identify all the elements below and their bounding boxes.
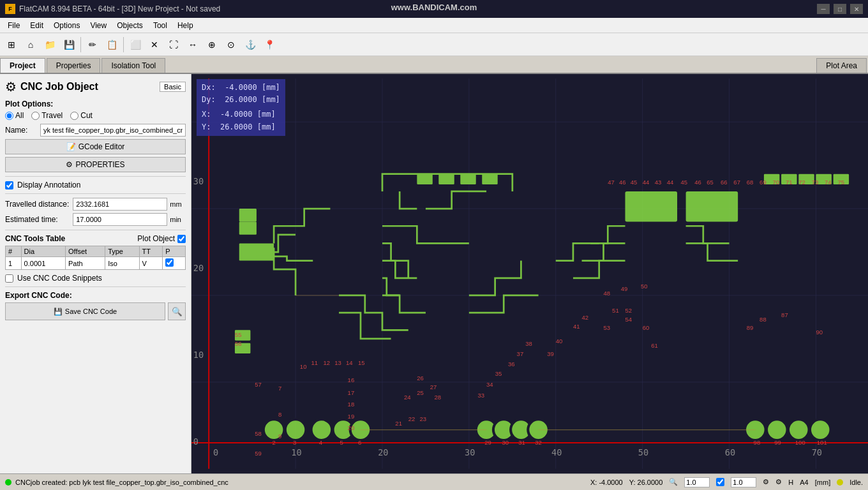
svg-text:30: 30 (465, 447, 475, 457)
toolbar-arrow[interactable]: ↔ (184, 36, 202, 54)
tab-isolation-tool[interactable]: Isolation Tool (101, 58, 165, 73)
toolbar-rect[interactable]: ⬜ (126, 36, 144, 54)
svg-text:3: 3 (293, 439, 296, 446)
menu-help[interactable]: Help (172, 20, 198, 31)
toolbar-save[interactable]: 💾 (60, 36, 78, 54)
svg-text:53: 53 (604, 324, 611, 331)
svg-point-52 (788, 419, 809, 440)
settings-icon: ⚙ (763, 478, 769, 486)
row-type: Iso (105, 257, 139, 270)
svg-text:65: 65 (707, 179, 714, 186)
svg-text:37: 37 (517, 350, 524, 357)
menu-tool[interactable]: Tool (148, 20, 172, 31)
maximize-button[interactable]: □ (834, 4, 846, 14)
name-input[interactable] (40, 124, 186, 137)
svg-text:54: 54 (625, 316, 632, 323)
toolbar-open[interactable]: 📁 (41, 36, 59, 54)
idle-indicator (837, 479, 843, 486)
name-label: Name: (5, 126, 40, 135)
svg-text:60: 60 (725, 447, 735, 457)
display-annotation-row[interactable]: Display Annotation (5, 181, 186, 189)
zoom-input[interactable] (684, 477, 710, 487)
svg-text:25: 25 (417, 389, 424, 396)
display-annotation-checkbox[interactable] (5, 181, 13, 189)
pcb-canvas[interactable]: 0 10 20 30 40 50 60 70 0 10 20 30 (191, 74, 868, 473)
menu-options[interactable]: Options (49, 20, 85, 31)
tabs-bar: Project Properties Isolation Tool Plot A… (0, 56, 868, 74)
svg-text:49: 49 (621, 285, 628, 292)
svg-text:41: 41 (573, 323, 580, 330)
tab-properties[interactable]: Properties (47, 58, 101, 73)
separator-1 (80, 37, 81, 52)
svg-point-32 (311, 419, 333, 440)
menu-objects[interactable]: Objects (112, 20, 148, 31)
toolbar-pin[interactable]: 📍 (260, 36, 278, 54)
svg-text:70: 70 (773, 179, 780, 186)
separator-2 (123, 37, 124, 52)
svg-text:20: 20 (348, 424, 355, 431)
export-row: 💾 Save CNC Code 🔍 (5, 302, 186, 320)
toolbar-circle[interactable]: ⊙ (222, 36, 240, 54)
y-value: 26.0000 [mm] (220, 122, 276, 131)
svg-text:2: 2 (272, 439, 275, 446)
status-x: X: -4.0000 (590, 479, 623, 486)
y-label: Y: (202, 122, 211, 131)
svg-text:36: 36 (508, 360, 515, 368)
svg-text:39: 39 (547, 350, 554, 357)
toolbar-delete[interactable]: ✕ (146, 36, 163, 54)
radio-cut[interactable]: Cut (70, 111, 93, 120)
estimated-time-row: Estimated time: min (5, 213, 186, 226)
plot-object-row: Plot Object (137, 234, 186, 243)
toolbar-expand[interactable]: ⛶ (165, 36, 183, 54)
svg-point-31 (285, 419, 306, 440)
save-icon: 💾 (54, 308, 63, 316)
cnc-snippets-checkbox[interactable] (5, 274, 13, 283)
radio-travel[interactable]: Travel (31, 111, 63, 120)
toolbar-home[interactable]: ⌂ (22, 36, 40, 54)
watermark: www.BANDICAM.com (391, 3, 477, 12)
svg-text:70: 70 (812, 447, 822, 457)
tab-plot-area[interactable]: Plot Area (816, 58, 867, 73)
save-cnc-button[interactable]: 💾 Save CNC Code (5, 302, 165, 320)
toolbar-new[interactable]: ⊞ (3, 36, 20, 54)
menu-view[interactable]: View (85, 20, 112, 31)
dx-row: Dx: -4.0000 [mm] (202, 82, 280, 94)
tab-project[interactable]: Project (0, 58, 45, 73)
toolbar-origin[interactable]: ⊕ (203, 36, 221, 54)
svg-text:20: 20 (378, 447, 388, 457)
radio-all[interactable]: All (5, 111, 24, 120)
scale-checkbox[interactable] (716, 478, 724, 486)
svg-text:72: 72 (798, 179, 805, 186)
display-annotation-label: Display Annotation (17, 181, 80, 189)
plot-area[interactable]: Dx: -4.0000 [mm] Dy: 26.0000 [mm] X: -4.… (191, 74, 868, 473)
travelled-distance-row: Travelled distance: mm (5, 198, 186, 211)
toolbar-anchor[interactable]: ⚓ (241, 36, 259, 54)
toolbar-copy[interactable]: 📋 (103, 36, 121, 54)
close-button[interactable]: ✕ (850, 4, 863, 14)
svg-text:8: 8 (278, 411, 281, 418)
svg-text:33: 33 (477, 392, 484, 399)
toolbar-edit[interactable]: ✏ (84, 36, 101, 54)
menu-file[interactable]: File (3, 20, 25, 31)
col-type: Type (105, 246, 139, 257)
tools-table-body: 1 0.0001 Path Iso V (6, 257, 186, 270)
coordinate-overlay: Dx: -4.0000 [mm] Dy: 26.0000 [mm] X: -4.… (197, 79, 285, 136)
scale-input[interactable] (731, 477, 756, 487)
gcode-editor-button[interactable]: 📝 GCode Editor (5, 139, 186, 154)
svg-text:31: 31 (518, 439, 525, 446)
plot-object-checkbox[interactable] (177, 235, 186, 243)
svg-text:26: 26 (417, 375, 424, 382)
menu-edit[interactable]: Edit (25, 20, 49, 31)
svg-text:29: 29 (484, 439, 491, 446)
window-controls[interactable]: ─ □ ✕ (817, 4, 863, 14)
minimize-button[interactable]: ─ (817, 4, 830, 14)
basic-badge: Basic (160, 82, 186, 92)
properties-button[interactable]: ⚙ PROPERTIES (5, 157, 186, 172)
svg-text:88: 88 (760, 316, 767, 323)
svg-text:40: 40 (551, 447, 562, 457)
cnc-snippets-row[interactable]: Use CNC Code Snippets (5, 274, 186, 283)
magnifier-button[interactable]: 🔍 (168, 302, 186, 320)
row-p[interactable] (163, 257, 186, 270)
svg-text:5: 5 (340, 439, 343, 446)
svg-text:56: 56 (235, 340, 242, 347)
